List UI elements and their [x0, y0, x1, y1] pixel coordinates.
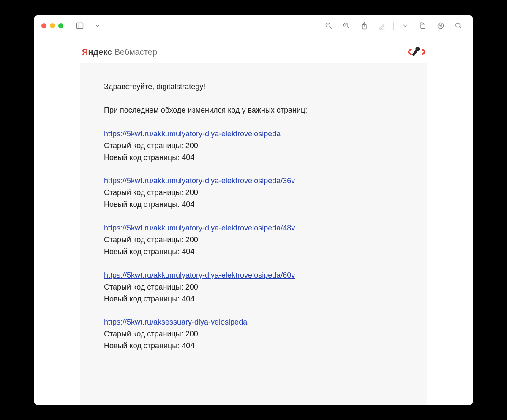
rotate-button[interactable]	[416, 19, 430, 32]
intro-text: При последнем обходе изменился код у важ…	[104, 105, 403, 117]
fullscreen-window-button[interactable]	[58, 23, 63, 28]
old-code-line: Старый код страницы: 200	[104, 282, 403, 293]
url-entry: https://5kwt.ru/akkumulyatory-dlya-elekt…	[104, 222, 403, 258]
old-code-line: Старый код страницы: 200	[104, 328, 403, 340]
sidebar-menu-chevron-icon[interactable]	[90, 19, 105, 32]
new-code-line: Новый код страницы: 404	[104, 293, 403, 305]
webmaster-wrench-icon	[408, 46, 425, 58]
toolbar-separator	[393, 22, 394, 30]
close-window-button[interactable]	[41, 23, 46, 28]
page-url-link[interactable]: https://5kwt.ru/akkumulyatory-dlya-elekt…	[104, 271, 295, 279]
svg-rect-0	[77, 23, 83, 28]
titlebar	[34, 15, 473, 37]
url-entry: https://5kwt.ru/akkumulyatory-dlya-elekt…	[104, 270, 403, 305]
zoom-out-button[interactable]	[322, 19, 336, 32]
svg-line-15	[460, 27, 461, 29]
markup-button[interactable]	[375, 19, 389, 32]
zoom-in-button[interactable]	[339, 19, 354, 32]
intro-block: При последнем обходе изменился код у важ…	[104, 105, 403, 117]
svg-rect-12	[421, 24, 425, 29]
greeting-text: Здравствуйте, digitalstrategy!	[104, 81, 403, 93]
sidebar-toggle-button[interactable]	[73, 19, 87, 32]
svg-line-3	[330, 27, 332, 29]
logo-word-webmaster: Вебмастер	[112, 47, 157, 57]
new-code-line: Новый код страницы: 404	[104, 246, 403, 258]
window-controls	[41, 23, 63, 28]
page-url-link[interactable]: https://5kwt.ru/akkumulyatory-dlya-elekt…	[104, 176, 295, 185]
old-code-line: Старый код страницы: 200	[104, 140, 403, 152]
search-button[interactable]	[451, 19, 466, 32]
email-header: Яндекс Вебмастер	[80, 43, 427, 63]
page-url-link[interactable]: https://5kwt.ru/akkumulyatory-dlya-elekt…	[104, 224, 295, 232]
minimize-window-button[interactable]	[50, 23, 55, 28]
greeting-block: Здравствуйте, digitalstrategy!	[104, 81, 403, 93]
new-code-line: Новый код страницы: 404	[104, 199, 403, 211]
svg-line-6	[348, 27, 349, 29]
email-body: Здравствуйте, digitalstrategy! При после…	[80, 63, 427, 405]
url-entry: https://5kwt.ru/akkumulyatory-dlya-elekt…	[104, 128, 403, 164]
content-scroll[interactable]: Яндекс Вебмастер Здравствуйте, digitalst…	[34, 37, 473, 405]
url-entry: https://5kwt.ru/aksessuary-dlya-velosipe…	[104, 317, 403, 352]
share-button[interactable]	[357, 19, 371, 32]
old-code-line: Старый код страницы: 200	[104, 234, 403, 246]
old-code-line: Старый код страницы: 200	[104, 187, 403, 199]
url-entries-list: https://5kwt.ru/akkumulyatory-dlya-elekt…	[104, 128, 403, 352]
yandex-webmaster-logo: Яндекс Вебмастер	[82, 47, 157, 57]
page-url-link[interactable]: https://5kwt.ru/akkumulyatory-dlya-elekt…	[104, 130, 281, 138]
svg-point-14	[456, 23, 460, 27]
markup-menu-chevron-icon[interactable]	[398, 19, 412, 32]
new-code-line: Новый код страницы: 404	[104, 152, 403, 164]
logo-letters-ndex: ндекс	[88, 47, 112, 57]
url-entry: https://5kwt.ru/akkumulyatory-dlya-elekt…	[104, 175, 403, 211]
logo-letter-ya: Я	[82, 47, 88, 57]
email-container: Яндекс Вебмастер Здравствуйте, digitalst…	[80, 37, 427, 405]
app-window: Яндекс Вебмастер Здравствуйте, digitalst…	[34, 15, 473, 405]
new-code-line: Новый код страницы: 404	[104, 340, 403, 352]
page-url-link[interactable]: https://5kwt.ru/aksessuary-dlya-velosipe…	[104, 318, 247, 326]
highlight-button[interactable]	[433, 19, 448, 32]
